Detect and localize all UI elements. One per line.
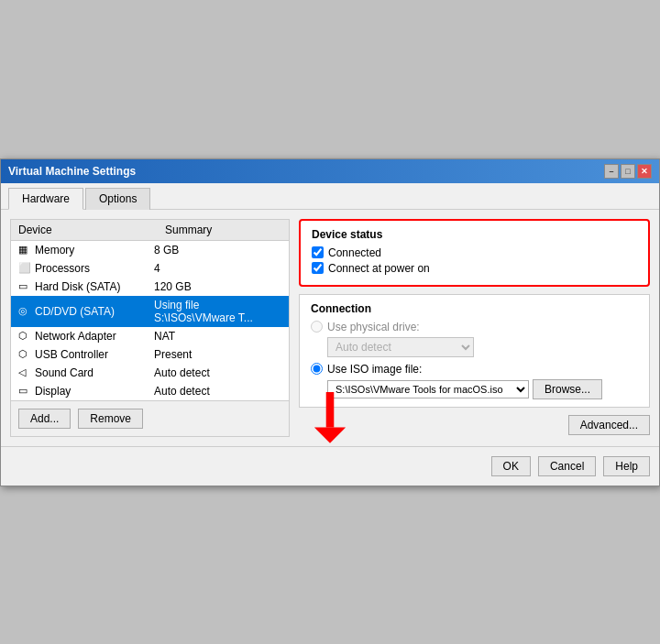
iso-file-select[interactable]: S:\ISOs\VMware Tools for macOS.iso [327,380,529,398]
network-icon: ⬡ [18,330,35,342]
device-status-title: Device status [312,228,637,241]
power-on-label: Connect at power on [328,262,430,275]
remove-button[interactable]: Remove [78,409,143,429]
advanced-button[interactable]: Advanced... [568,415,650,435]
device-status-box: Device status Connected Connect at power… [299,219,650,287]
device-name-harddisk: Hard Disk (SATA) [35,280,154,293]
minimize-button[interactable]: – [604,164,619,179]
virtual-machine-settings-window: Virtual Machine Settings – □ ✕ Hardware … [0,158,660,486]
window-title: Virtual Machine Settings [8,165,136,178]
auto-detect-row: Auto detect [327,337,638,357]
power-on-checkbox[interactable] [312,262,324,274]
power-on-row: Connect at power on [312,262,637,275]
tab-hardware[interactable]: Hardware [8,188,83,210]
connected-row: Connected [312,246,637,259]
browse-button[interactable]: Browse... [533,379,602,399]
tab-options[interactable]: Options [85,188,150,210]
usb-icon: ⬡ [18,348,35,360]
memory-icon: ▦ [18,244,35,256]
iso-label: Use ISO image file: [327,363,422,376]
connection-box: Connection Use physical drive: Auto dete… [299,294,650,408]
iso-file-row: S:\ISOs\VMware Tools for macOS.iso Brows… [327,379,638,399]
device-item-cddvd[interactable]: ◎ CD/DVD (SATA) Using file S:\ISOs\VMwar… [11,296,289,327]
cddvd-icon: ◎ [18,305,35,317]
device-item-display[interactable]: ▭ Display Auto detect [11,382,289,400]
close-button[interactable]: ✕ [637,164,652,179]
processor-icon: ⬜ [18,262,35,274]
soundcard-icon: ◁ [18,366,35,378]
device-name-network: Network Adapter [35,330,154,343]
ok-button[interactable]: OK [491,456,531,476]
help-button[interactable]: Help [603,456,650,476]
add-button[interactable]: Add... [18,409,71,429]
harddisk-icon: ▭ [18,280,35,292]
device-item-network[interactable]: ⬡ Network Adapter NAT [11,327,289,345]
device-item-harddisk[interactable]: ▭ Hard Disk (SATA) 120 GB [11,278,289,296]
connected-checkbox[interactable] [312,246,324,258]
auto-detect-select[interactable]: Auto detect [327,337,474,357]
svg-marker-2 [314,427,346,442]
device-summary-harddisk: 120 GB [154,280,281,293]
device-name-processors: Processors [35,262,154,275]
iso-radio[interactable] [311,363,323,375]
left-panel-buttons: Add... Remove [11,400,289,436]
cancel-button[interactable]: Cancel [538,456,596,476]
physical-drive-radio[interactable] [311,321,323,333]
device-item-processors[interactable]: ⬜ Processors 4 [11,259,289,278]
col-device-header: Device [18,224,165,236]
title-bar-buttons: – □ ✕ [604,164,652,179]
device-name-usb: USB Controller [35,348,154,361]
arrow-svg [307,392,353,447]
connection-title: Connection [311,302,638,315]
device-list: ▦ Memory 8 GB ⬜ Processors 4 ▭ Hard Disk… [11,241,289,400]
device-summary-cddvd: Using file S:\ISOs\VMware T... [154,299,281,324]
device-item-soundcard[interactable]: ◁ Sound Card Auto detect [11,364,289,382]
device-item-usb[interactable]: ⬡ USB Controller Present [11,345,289,364]
device-summary-soundcard: Auto detect [154,366,281,379]
device-name-soundcard: Sound Card [35,366,154,379]
physical-drive-label: Use physical drive: [327,321,420,333]
display-icon: ▭ [18,385,35,397]
tab-bar: Hardware Options [1,183,659,210]
device-list-header: Device Summary [11,220,289,241]
device-summary-processors: 4 [154,262,281,275]
maximize-button[interactable]: □ [621,164,635,179]
device-list-panel: Device Summary ▦ Memory 8 GB ⬜ Processor… [10,219,290,437]
device-summary-display: Auto detect [154,385,281,398]
device-name-cddvd: CD/DVD (SATA) [35,305,154,318]
device-summary-memory: 8 GB [154,244,281,257]
physical-drive-row: Use physical drive: [311,321,638,333]
device-name-display: Display [35,385,154,398]
col-summary-header: Summary [165,224,281,236]
title-bar: Virtual Machine Settings – □ ✕ [1,159,659,183]
svg-rect-1 [326,392,335,428]
device-name-memory: Memory [35,244,154,257]
device-item-memory[interactable]: ▦ Memory 8 GB [11,241,289,259]
connected-label: Connected [328,246,381,259]
device-summary-usb: Present [154,348,281,361]
iso-radio-row: Use ISO image file: [311,363,638,376]
bottom-buttons: OK Cancel Help [1,446,659,486]
arrow-indicator [307,392,353,450]
device-summary-network: NAT [154,330,281,343]
